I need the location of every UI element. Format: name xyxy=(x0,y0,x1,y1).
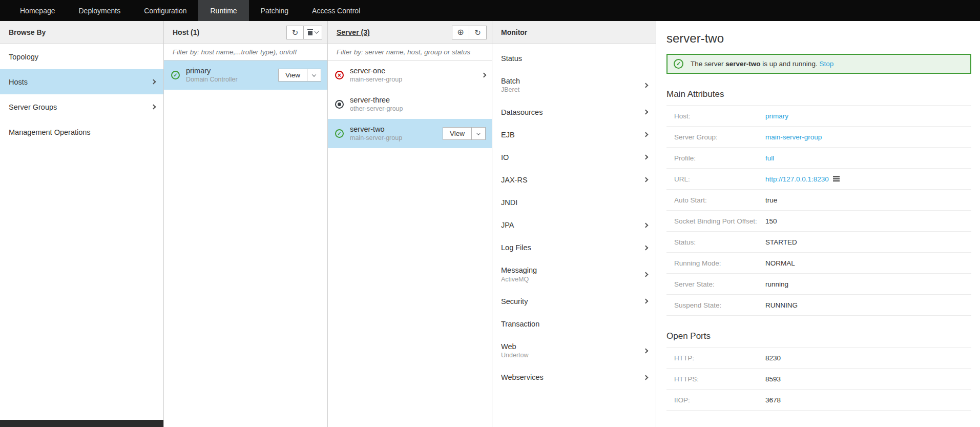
chevron-right-icon xyxy=(151,79,156,85)
monitor-label: Security xyxy=(501,297,644,306)
alert-server-name: server-two xyxy=(725,60,760,68)
monitor-label-wrap: JPA xyxy=(501,220,644,230)
monitor-item-webservices[interactable]: Webservices xyxy=(492,366,656,389)
status-stopped-icon xyxy=(335,100,344,109)
refresh-icon: ↻ xyxy=(474,29,481,36)
monitor-label-wrap: Datasources xyxy=(501,108,644,117)
monitor-label-wrap: Web Undertow xyxy=(501,342,644,359)
server-column-title[interactable]: Server (3) xyxy=(337,28,370,36)
host-column-title: Host (1) xyxy=(173,28,199,36)
refresh-hosts-button[interactable]: ↻ xyxy=(286,26,304,39)
host-row-primary[interactable]: ✓ primary Domain Controller View xyxy=(164,60,327,90)
host-filter-input[interactable] xyxy=(164,44,327,60)
host-view-caret-button[interactable] xyxy=(307,69,321,82)
nav-deployments[interactable]: Deployments xyxy=(67,0,133,21)
trash-icon xyxy=(307,29,313,35)
nav-runtime[interactable]: Runtime xyxy=(198,0,248,21)
nav-configuration[interactable]: Configuration xyxy=(132,0,198,21)
monitor-label: Transaction xyxy=(501,319,648,329)
monitor-label-wrap: Webservices xyxy=(501,373,644,382)
refresh-servers-button[interactable]: ↻ xyxy=(469,26,487,39)
chevron-right-icon xyxy=(643,272,649,277)
alert-prefix: The server xyxy=(691,60,725,68)
monitor-label-wrap: JAX-RS xyxy=(501,175,644,185)
host-column-actions: ↻ xyxy=(286,26,322,39)
port-label: HTTPS: xyxy=(674,375,765,383)
server-url-icon[interactable] xyxy=(833,176,840,182)
monitor-item-batch[interactable]: Batch JBeret xyxy=(492,70,656,100)
monitor-item-ejb[interactable]: EJB xyxy=(492,124,656,146)
monitor-item-security[interactable]: Security xyxy=(492,290,656,313)
top-nav: Homepage Deployments Configuration Runti… xyxy=(0,0,980,21)
nav-access-control[interactable]: Access Control xyxy=(300,0,372,21)
server-name: server-two xyxy=(350,125,443,134)
attr-row-host: Host: primary xyxy=(666,106,971,127)
monitor-label: Messaging xyxy=(501,266,644,275)
server-row-server-one[interactable]: × server-one main-server-group xyxy=(328,60,492,90)
monitor-item-jpa[interactable]: JPA xyxy=(492,214,656,236)
monitor-label: Web xyxy=(501,342,644,351)
browse-item-server-groups[interactable]: Server Groups xyxy=(0,94,163,119)
nav-homepage[interactable]: Homepage xyxy=(8,0,67,21)
server-view-caret-button[interactable] xyxy=(472,127,486,140)
server-row-server-two[interactable]: ✓ server-two main-server-group View xyxy=(328,119,492,148)
chevron-right-icon xyxy=(643,348,649,353)
browse-item-topology[interactable]: Topology xyxy=(0,44,163,69)
caret-down-icon xyxy=(476,131,481,135)
port-row-https: HTTPS: 8593 xyxy=(666,369,971,390)
chevron-right-icon xyxy=(482,73,487,78)
browse-item-hosts[interactable]: Hosts xyxy=(0,69,163,94)
attr-label: Socket Binding Port Offset: xyxy=(674,217,765,225)
monitor-item-io[interactable]: IO xyxy=(492,146,656,169)
add-server-button[interactable]: ⊕ xyxy=(452,26,469,39)
monitor-label-wrap: EJB xyxy=(501,130,644,139)
nav-patching[interactable]: Patching xyxy=(249,0,300,21)
host-view-button[interactable]: View xyxy=(278,69,307,82)
monitor-label: EJB xyxy=(501,130,644,139)
monitor-item-messaging[interactable]: Messaging ActiveMQ xyxy=(492,259,656,290)
host-view-split-button: View xyxy=(278,69,321,82)
server-url-link[interactable]: http://127.0.0.1:8230 xyxy=(765,175,829,183)
server-row-server-three[interactable]: server-three other-server-group xyxy=(328,90,492,119)
port-value: 8230 xyxy=(765,354,781,362)
browse-by-column: Browse By Topology Hosts Server Groups M… xyxy=(0,21,164,427)
server-filter-input[interactable] xyxy=(328,44,492,60)
server-group-link[interactable]: main-server-group xyxy=(765,133,822,141)
monitor-label: JAX-RS xyxy=(501,175,644,185)
browse-item-management-operations[interactable]: Management Operations xyxy=(0,119,163,145)
port-row-http: HTTP: 8230 xyxy=(666,348,971,369)
chevron-right-icon xyxy=(643,155,649,160)
monitor-item-web[interactable]: Web Undertow xyxy=(492,335,656,366)
host-column: Host (1) ↻ ✓ primary Domain Controller V… xyxy=(164,21,328,427)
host-link[interactable]: primary xyxy=(765,112,788,120)
monitor-item-datasources[interactable]: Datasources xyxy=(492,101,656,124)
server-subtitle: other-server-group xyxy=(350,105,486,113)
browse-item-label: Management Operations xyxy=(9,128,91,136)
server-column-header: Server (3) ⊕ ↻ xyxy=(328,21,492,44)
attr-value: STARTED xyxy=(765,238,797,246)
browse-by-title: Browse By xyxy=(9,28,46,36)
server-view-button[interactable]: View xyxy=(443,127,472,140)
monitor-item-transaction[interactable]: Transaction xyxy=(492,313,656,335)
stop-server-link[interactable]: Stop xyxy=(819,60,833,68)
attr-row-status: Status: STARTED xyxy=(666,232,971,253)
monitor-item-jaxrs[interactable]: JAX-RS xyxy=(492,169,656,191)
port-label: HTTP: xyxy=(674,354,765,362)
monitor-label-wrap: Log Files xyxy=(501,243,644,252)
monitor-item-jndi[interactable]: JNDI xyxy=(492,191,656,214)
chevron-right-icon xyxy=(643,83,649,88)
status-ok-icon: ✓ xyxy=(335,129,344,138)
main-attributes-title: Main Attributes xyxy=(666,89,971,106)
status-error-icon: × xyxy=(335,71,344,79)
profile-link[interactable]: full xyxy=(765,154,774,162)
monitor-item-status[interactable]: Status xyxy=(492,47,656,70)
server-column-actions: ⊕ ↻ xyxy=(452,26,487,39)
chevron-right-icon xyxy=(151,105,156,110)
browse-item-label: Topology xyxy=(9,53,38,61)
monitor-item-log-files[interactable]: Log Files xyxy=(492,236,656,259)
host-delete-dropdown-button[interactable] xyxy=(304,26,322,39)
caret-down-icon xyxy=(312,72,316,76)
port-value: 8593 xyxy=(765,375,781,383)
server-name: server-three xyxy=(350,95,486,105)
attr-row-server-group: Server Group: main-server-group xyxy=(666,127,971,148)
